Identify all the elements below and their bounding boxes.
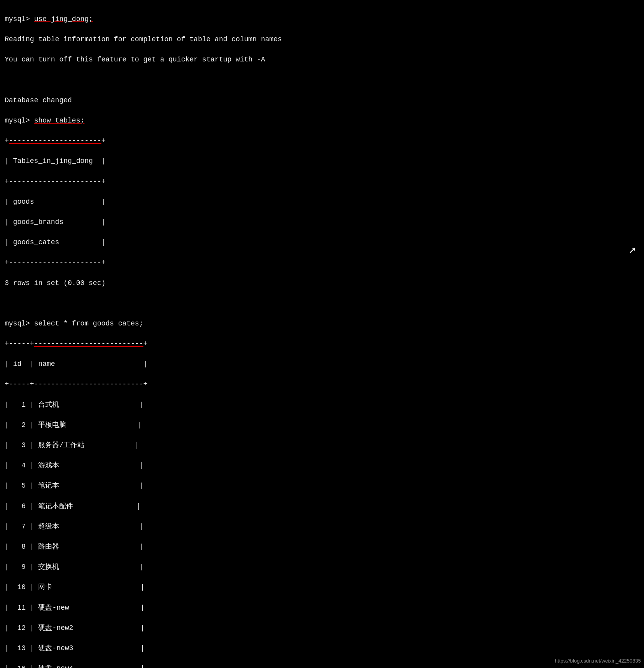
table2-row6: | 6 | 笔记本配件 | — [5, 502, 140, 510]
table2-row2: | 2 | 平板电脑 | — [5, 421, 142, 429]
table2-top: +-----+--------------------------+ — [5, 340, 147, 348]
line-10: | goods_brands | — [5, 217, 639, 227]
table2-header: | id | name | — [5, 360, 147, 368]
info-4: 3 rows in set (0.00 sec) — [5, 279, 105, 287]
cmd-2: show tables; — [34, 117, 85, 124]
line-23: | 6 | 笔记本配件 | — [5, 501, 639, 511]
line-25: | 8 | 路由器 | — [5, 542, 639, 552]
table2-row13: | 13 | 硬盘-new3 | — [5, 644, 145, 652]
line-27: | 10 | 网卡 | — [5, 582, 639, 592]
table1-top: +----------------------+ — [5, 137, 105, 145]
line-empty-1 — [5, 75, 639, 85]
line-21: | 4 | 游戏本 | — [5, 460, 639, 470]
cursor-arrow: ↗ — [629, 241, 636, 259]
prompt-1: mysql> — [5, 15, 34, 23]
cmd-3: select * from goods_cates; — [34, 320, 144, 327]
table1-row3: | goods_cates | — [5, 238, 105, 246]
line-empty-2 — [5, 298, 639, 308]
table2-row9: | 9 | 交换机 | — [5, 563, 143, 571]
line-14: mysql> select * from goods_cates; — [5, 318, 639, 329]
table2-row5: | 5 | 笔记本 | — [5, 482, 143, 490]
table2-row16: | 16 | 硬盘-new4 | — [5, 665, 145, 668]
line-28: | 11 | 硬盘-new | — [5, 603, 639, 613]
table2-row12: | 12 | 硬盘-new2 | — [5, 624, 145, 632]
line-18: | 1 | 台式机 | — [5, 400, 639, 410]
table1-bot: +----------------------+ — [5, 259, 105, 266]
line-7: | Tables_in_jing_dong | — [5, 156, 639, 166]
table2-row8: | 8 | 路由器 | — [5, 543, 143, 551]
line-31: | 16 | 硬盘-new4 | — [5, 663, 639, 668]
table2-row1: | 1 | 台式机 | — [5, 401, 143, 409]
cmd-1: use jing_dong; — [34, 15, 93, 23]
info-1: Reading table information for completion… — [5, 35, 282, 43]
table1-row2: | goods_brands | — [5, 218, 105, 226]
table2-row7: | 7 | 超级本 | — [5, 523, 143, 530]
line-29: | 12 | 硬盘-new2 | — [5, 623, 639, 633]
table1-header: | Tables_in_jing_dong | — [5, 157, 105, 165]
line-11: | goods_cates | — [5, 237, 639, 247]
line-30: | 13 | 硬盘-new3 | — [5, 643, 639, 653]
table2-mid: +-----+--------------------------+ — [5, 380, 147, 388]
line-13: 3 rows in set (0.00 sec) — [5, 278, 639, 288]
line-20: | 3 | 服务器/工作站 | — [5, 440, 639, 450]
line-16: | id | name | — [5, 359, 639, 369]
line-2: Reading table information for completion… — [5, 34, 639, 44]
info-3: Database changed — [5, 96, 72, 104]
line-24: | 7 | 超级本 | — [5, 521, 639, 532]
line-6: +----------------------+ — [5, 136, 639, 146]
info-2: You can turn off this feature to get a q… — [5, 56, 265, 63]
table2-row10: | 10 | 网卡 | — [5, 583, 145, 591]
table2-row3: | 3 | 服务器/工作站 | — [5, 441, 139, 449]
prompt-3: mysql> — [5, 320, 34, 327]
line-1: mysql> use jing_dong; — [5, 14, 639, 24]
terminal-output: mysql> use jing_dong; Reading table info… — [5, 4, 639, 668]
line-4: Database changed — [5, 95, 639, 105]
line-3: You can turn off this feature to get a q… — [5, 54, 639, 65]
line-9: | goods | — [5, 197, 639, 207]
prompt-2: mysql> — [5, 117, 34, 124]
line-26: | 9 | 交换机 | — [5, 562, 639, 572]
table1-mid: +----------------------+ — [5, 178, 105, 185]
line-8: +----------------------+ — [5, 177, 639, 187]
table1-row1: | goods | — [5, 198, 105, 206]
line-19: | 2 | 平板电脑 | — [5, 420, 639, 430]
line-15: +-----+--------------------------+ — [5, 339, 639, 349]
watermark: https://blog.csdn.net/weixin_42250835 — [555, 658, 641, 665]
line-22: | 5 | 笔记本 | — [5, 481, 639, 491]
line-5: mysql> show tables; — [5, 115, 639, 126]
line-17: +-----+--------------------------+ — [5, 379, 639, 389]
table2-row11: | 11 | 硬盘-new | — [5, 604, 145, 612]
line-12: +----------------------+ — [5, 257, 639, 268]
table2-row4: | 4 | 游戏本 | — [5, 462, 143, 469]
